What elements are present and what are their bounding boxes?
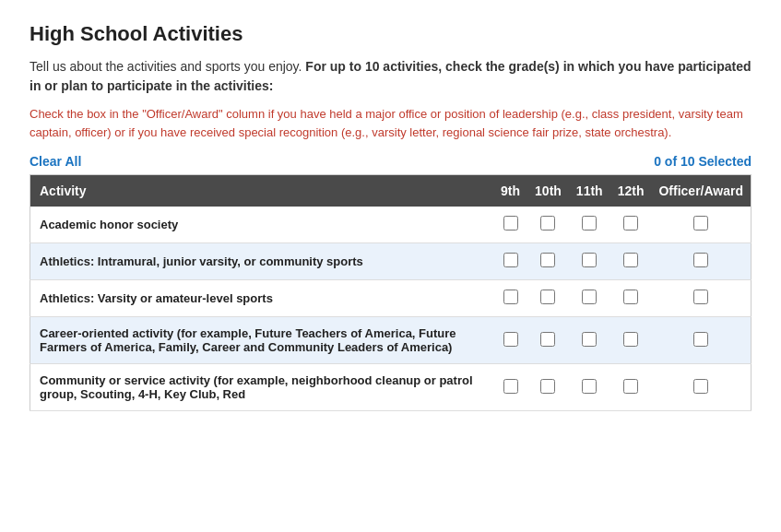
col-officer: Officer/Award <box>651 175 751 207</box>
checkbox-9th-community-service[interactable] <box>503 379 518 394</box>
officer-note: Check the box in the "Officer/Award" col… <box>30 105 751 141</box>
col-12th: 12th <box>610 175 652 207</box>
checkbox-officer-career-oriented[interactable] <box>693 332 708 347</box>
checkbox-10-cell <box>527 207 569 243</box>
col-11th: 11th <box>569 175 610 207</box>
checkbox-10th-community-service[interactable] <box>540 379 555 394</box>
checkbox-12th-community-service[interactable] <box>623 379 638 394</box>
checkbox-11-cell <box>569 207 610 243</box>
checkbox-11th-athletics-varsity[interactable] <box>582 290 597 304</box>
checkbox-12-cell <box>610 243 652 280</box>
activity-label: Academic honor society <box>30 207 494 243</box>
table-row: Career-oriented activity (for example, F… <box>30 317 751 364</box>
checkbox-12th-academic-honor-society[interactable] <box>623 216 638 231</box>
checkbox-officer-athletics-varsity[interactable] <box>693 290 708 304</box>
checkbox-9-cell <box>493 317 527 364</box>
table-header-row: Activity 9th 10th 11th 12th Officer/Awar… <box>30 175 751 207</box>
checkbox-10th-athletics-intramural[interactable] <box>540 253 555 267</box>
activity-label: Athletics: Varsity or amateur-level spor… <box>30 280 494 317</box>
officer-cell <box>651 280 751 317</box>
checkbox-11-cell <box>569 280 610 317</box>
checkbox-11-cell <box>569 364 610 411</box>
page-title: High School Activities <box>30 22 751 46</box>
checkbox-10th-career-oriented[interactable] <box>540 332 555 347</box>
checkbox-10-cell <box>527 364 569 411</box>
checkbox-11th-career-oriented[interactable] <box>582 332 597 347</box>
checkbox-10th-athletics-varsity[interactable] <box>540 290 555 304</box>
checkbox-11th-academic-honor-society[interactable] <box>582 216 597 231</box>
checkbox-12th-athletics-intramural[interactable] <box>623 253 638 267</box>
checkbox-9th-career-oriented[interactable] <box>503 332 518 347</box>
checkbox-11th-athletics-intramural[interactable] <box>582 253 597 267</box>
table-row: Athletics: Intramural, junior varsity, o… <box>30 243 751 280</box>
table-row: Athletics: Varsity or amateur-level spor… <box>30 280 751 317</box>
clear-all-button[interactable]: Clear All <box>30 154 81 169</box>
checkbox-12-cell <box>610 207 652 243</box>
checkbox-10th-academic-honor-society[interactable] <box>540 216 555 231</box>
checkbox-12-cell <box>610 280 652 317</box>
activities-table: Activity 9th 10th 11th 12th Officer/Awar… <box>30 174 751 411</box>
table-row: Community or service activity (for examp… <box>30 364 751 411</box>
checkbox-9-cell <box>493 207 527 243</box>
checkbox-9-cell <box>493 280 527 317</box>
checkbox-10-cell <box>527 280 569 317</box>
officer-cell <box>651 317 751 364</box>
checkbox-9th-academic-honor-society[interactable] <box>503 216 518 231</box>
selected-count: 0 of 10 Selected <box>654 154 751 169</box>
toolbar: Clear All 0 of 10 Selected <box>30 154 751 169</box>
checkbox-12-cell <box>610 364 652 411</box>
intro-text: Tell us about the activities and sports … <box>30 57 751 96</box>
checkbox-9th-athletics-intramural[interactable] <box>503 253 518 267</box>
checkbox-9th-athletics-varsity[interactable] <box>503 290 518 304</box>
checkbox-11th-community-service[interactable] <box>582 379 597 394</box>
officer-cell <box>651 364 751 411</box>
checkbox-officer-academic-honor-society[interactable] <box>693 216 708 231</box>
checkbox-9-cell <box>493 243 527 280</box>
checkbox-officer-community-service[interactable] <box>693 379 708 394</box>
col-10th: 10th <box>527 175 569 207</box>
officer-cell <box>651 207 751 243</box>
checkbox-10-cell <box>527 317 569 364</box>
checkbox-12th-career-oriented[interactable] <box>623 332 638 347</box>
table-row: Academic honor society <box>30 207 751 243</box>
checkbox-11-cell <box>569 317 610 364</box>
checkbox-9-cell <box>493 364 527 411</box>
checkbox-officer-athletics-intramural[interactable] <box>693 253 708 267</box>
checkbox-11-cell <box>569 243 610 280</box>
officer-cell <box>651 243 751 280</box>
activity-label: Career-oriented activity (for example, F… <box>30 317 494 364</box>
activity-label: Community or service activity (for examp… <box>30 364 494 411</box>
activity-label: Athletics: Intramural, junior varsity, o… <box>30 243 494 280</box>
checkbox-12-cell <box>610 317 652 364</box>
col-9th: 9th <box>493 175 527 207</box>
checkbox-12th-athletics-varsity[interactable] <box>623 290 638 304</box>
checkbox-10-cell <box>527 243 569 280</box>
col-activity: Activity <box>30 175 494 207</box>
